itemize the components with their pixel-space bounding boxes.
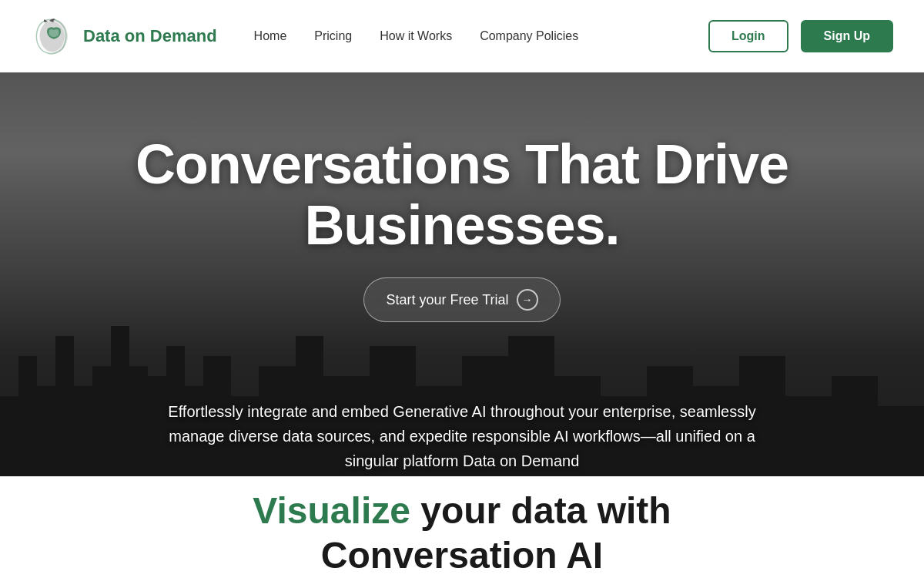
free-trial-label: Start your Free Trial [386, 292, 508, 308]
bottom-headline-continuation: Conversation AI [321, 533, 603, 578]
nav-pricing[interactable]: Pricing [314, 29, 352, 43]
hero-content: Conversations That Drive Businesses. Sta… [0, 72, 924, 476]
navbar: Data on Demand Home Pricing How it Works… [0, 0, 924, 72]
bottom-headline-rest: your data with [410, 490, 671, 531]
bottom-headline: Visualize your data with [253, 489, 671, 533]
hero-cta-area: Start your Free Trial → [363, 277, 560, 322]
free-trial-button[interactable]: Start your Free Trial → [363, 277, 560, 322]
bottom-headline-green: Visualize [253, 490, 410, 531]
nav-actions: Login Sign Up [708, 20, 893, 52]
logo-icon [31, 15, 74, 58]
bottom-section: Visualize your data with Conversation AI [0, 476, 924, 578]
hero-headline: Conversations That Drive Businesses. [15, 134, 909, 256]
nav-company-policies[interactable]: Company Policies [480, 29, 578, 43]
login-button[interactable]: Login [708, 20, 788, 52]
arrow-icon: → [517, 289, 538, 311]
hero-subtext: Effortlessly integrate and embed Generat… [116, 399, 808, 473]
hero-section: Conversations That Drive Businesses. Sta… [0, 72, 924, 476]
nav-how-it-works[interactable]: How it Works [380, 29, 452, 43]
signup-button[interactable]: Sign Up [801, 20, 893, 52]
logo-link[interactable]: Data on Demand [31, 15, 217, 58]
nav-links: Home Pricing How it Works Company Polici… [254, 29, 579, 43]
nav-home[interactable]: Home [254, 29, 287, 43]
logo-text: Data on Demand [83, 26, 217, 46]
